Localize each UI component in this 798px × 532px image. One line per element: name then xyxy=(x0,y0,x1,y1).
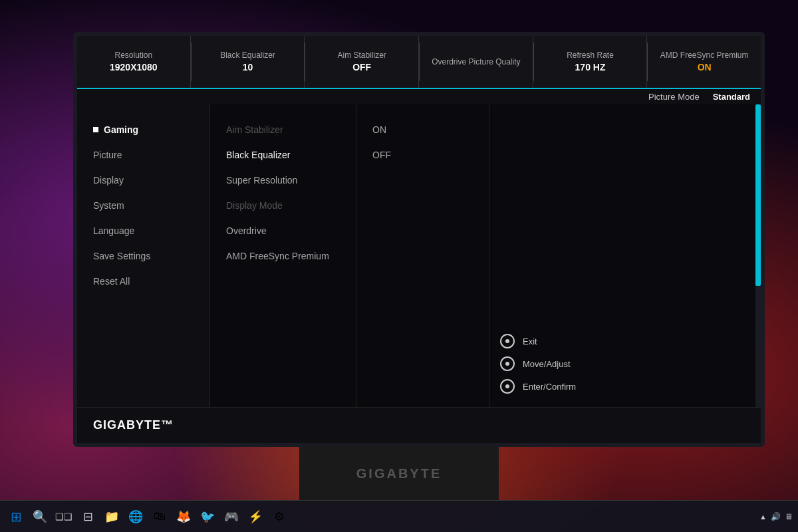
value-off[interactable]: OFF xyxy=(356,143,489,167)
option-overdrive-label: Overdrive xyxy=(226,225,267,236)
picture-mode-bar: Picture Mode Standard xyxy=(77,89,761,104)
value-on[interactable]: ON xyxy=(356,118,489,142)
top-bar: Resolution 1920X1080 Black Equalizer 10 … xyxy=(77,36,761,89)
nav-system-label: System xyxy=(93,200,124,211)
osd-overlay: Resolution 1920X1080 Black Equalizer 10 … xyxy=(77,36,761,443)
nav-item-save[interactable]: Save Settings xyxy=(77,244,209,268)
brand-text: GIGABYTE™ xyxy=(93,418,174,432)
resolution-value: 1920X1080 xyxy=(110,61,158,74)
top-item-resolution: Resolution 1920X1080 xyxy=(77,36,191,88)
option-black-equalizer[interactable]: Black Equalizer xyxy=(210,143,356,167)
move-icon xyxy=(500,356,515,371)
monitor-screen: Resolution 1920X1080 Black Equalizer 10 … xyxy=(77,36,761,443)
taskbar-store-icon[interactable]: 🛍 xyxy=(149,506,170,527)
taskbar-edge-icon[interactable]: 🌐 xyxy=(125,506,146,527)
enter-label: Enter/Confirm xyxy=(523,382,576,392)
amd-value: ON xyxy=(698,61,712,74)
nav-item-display[interactable]: Display xyxy=(77,168,209,192)
tray-network-icon[interactable]: 🖥 xyxy=(785,512,793,521)
main-content: Gaming Picture Display System Language xyxy=(77,104,761,407)
scrollbar[interactable] xyxy=(755,104,761,407)
controls-panel: Exit Move/Adjust Enter/Confirm xyxy=(489,104,761,407)
option-display-mode-label: Display Mode xyxy=(226,200,283,211)
overdrive-label: Overdrive Picture Quality xyxy=(432,57,520,68)
nav-item-picture[interactable]: Picture xyxy=(77,143,209,167)
top-item-black-eq: Black Equalizer 10 xyxy=(192,36,305,88)
aim-stab-label: Aim Stabilizer xyxy=(338,50,386,61)
nav-item-reset[interactable]: Reset All xyxy=(77,269,209,293)
taskbar-settings-icon[interactable]: ⚙ xyxy=(269,506,290,527)
taskbar-files-icon[interactable]: 📁 xyxy=(101,506,122,527)
top-item-aim-stab: Aim Stabilizer OFF xyxy=(305,36,419,88)
picture-mode-label: Picture Mode xyxy=(648,92,700,102)
nav-item-language[interactable]: Language xyxy=(77,219,209,243)
option-display-mode[interactable]: Display Mode xyxy=(210,194,356,217)
top-item-refresh: Refresh Rate 170 HZ xyxy=(534,36,648,88)
nav-panel: Gaming Picture Display System Language xyxy=(77,104,210,407)
options-panel: Aim Stabilizer Black Equalizer Super Res… xyxy=(210,104,356,407)
nav-item-gaming[interactable]: Gaming xyxy=(77,118,209,142)
taskbar-steam-icon[interactable]: 🎮 xyxy=(221,506,242,527)
move-label: Move/Adjust xyxy=(523,359,571,369)
option-aim-label: Aim Stabilizer xyxy=(226,124,283,135)
tray-chevron[interactable]: ▲ xyxy=(759,513,767,521)
value-on-label: ON xyxy=(372,124,386,135)
brand-section: GIGABYTE™ xyxy=(77,407,761,443)
option-super-resolution[interactable]: Super Resolution xyxy=(210,168,356,192)
nav-picture-label: Picture xyxy=(93,150,122,160)
refresh-value: 170 HZ xyxy=(575,61,606,74)
taskbar-windows-icon[interactable]: ⊞ xyxy=(5,506,27,527)
control-enter[interactable]: Enter/Confirm xyxy=(500,379,750,394)
exit-icon xyxy=(500,334,515,348)
top-item-amd: AMD FreeSync Premium ON xyxy=(648,36,761,88)
black-eq-value: 10 xyxy=(243,61,253,74)
active-indicator xyxy=(93,127,98,132)
tray-volume-icon[interactable]: 🔊 xyxy=(771,512,781,521)
option-amd-freesync[interactable]: AMD FreeSync Premium xyxy=(210,244,356,268)
taskbar-firefox-icon[interactable]: 🦊 xyxy=(173,506,194,527)
exit-label: Exit xyxy=(523,336,537,346)
option-overdrive[interactable]: Overdrive xyxy=(210,219,356,243)
control-exit[interactable]: Exit xyxy=(500,334,750,348)
refresh-label: Refresh Rate xyxy=(567,50,614,61)
taskbar-app2-icon[interactable]: ⚡ xyxy=(245,506,266,527)
nav-reset-label: Reset All xyxy=(93,276,130,287)
resolution-label: Resolution xyxy=(114,50,152,61)
monitor-frame: Resolution 1920X1080 Black Equalizer 10 … xyxy=(73,32,765,447)
values-panel: ON OFF xyxy=(356,104,489,407)
option-super-res-label: Super Resolution xyxy=(226,175,297,186)
nav-item-system[interactable]: System xyxy=(77,194,209,217)
top-item-overdrive: Overdrive Picture Quality xyxy=(420,36,533,88)
taskbar-taskview-icon[interactable]: ❑❑ xyxy=(53,506,74,527)
option-amd-label: AMD FreeSync Premium xyxy=(226,251,329,261)
black-eq-label: Black Equalizer xyxy=(220,50,275,61)
value-off-label: OFF xyxy=(372,150,391,160)
option-black-eq-label: Black Equalizer xyxy=(226,150,291,160)
option-aim-stabilizer[interactable]: Aim Stabilizer xyxy=(210,118,356,142)
taskbar-search-icon[interactable]: 🔍 xyxy=(29,506,51,527)
nav-gaming-label: Gaming xyxy=(104,124,138,135)
picture-mode-value: Standard xyxy=(713,92,750,102)
nav-language-label: Language xyxy=(93,225,134,236)
taskbar-app1-icon[interactable]: 🐦 xyxy=(197,506,218,527)
aim-stab-value: OFF xyxy=(352,61,371,74)
taskbar-widgets-icon[interactable]: ⊟ xyxy=(77,506,98,527)
taskbar-tray: ▲ 🔊 🖥 xyxy=(759,512,793,521)
taskbar: ⊞ 🔍 ❑❑ ⊟ 📁 🌐 🛍 🦊 🐦 🎮 ⚡ ⚙ ▲ 🔊 🖥 xyxy=(0,500,798,532)
monitor-brand-text: GIGABYTE xyxy=(356,466,442,481)
monitor-stand: GIGABYTE xyxy=(299,447,499,500)
control-move[interactable]: Move/Adjust xyxy=(500,356,750,371)
nav-save-label: Save Settings xyxy=(93,251,150,261)
amd-label: AMD FreeSync Premium xyxy=(660,50,749,61)
nav-display-label: Display xyxy=(93,175,124,186)
enter-icon xyxy=(500,379,515,394)
scrollbar-thumb xyxy=(755,104,761,286)
